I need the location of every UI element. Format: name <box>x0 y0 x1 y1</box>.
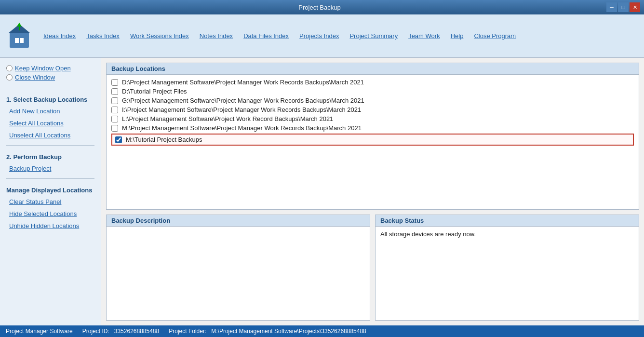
nav-close-program[interactable]: Close Program <box>469 30 521 41</box>
sidebar-divider-2 <box>6 145 94 146</box>
backup-status-panel: Backup Status All storage devices are re… <box>375 215 639 321</box>
location-label-2: D:\Tutorial Project Files <box>122 88 187 95</box>
backup-project-link[interactable]: Backup Project <box>2 163 98 174</box>
location-checkbox-1[interactable] <box>111 79 118 86</box>
status-panel-header: Backup Status <box>376 215 639 227</box>
restore-button[interactable]: □ <box>618 2 629 12</box>
nav-ideas-index[interactable]: Ideas Index <box>39 30 80 41</box>
location-item-5: L:\Project Management Software\Project W… <box>111 115 634 122</box>
window-state-group: Keep Window Open Close Window <box>2 63 98 83</box>
app-icon <box>5 19 34 53</box>
svg-rect-0 <box>10 32 29 48</box>
location-item-6: M:\Project Management Software\Project M… <box>111 124 634 132</box>
radio-keep-open[interactable]: Keep Window Open <box>6 65 94 72</box>
location-checkbox-7[interactable] <box>115 136 122 143</box>
location-label-7: M:\Tutorial Project Backups <box>126 136 202 143</box>
radio-close-window[interactable]: Close Window <box>6 74 94 81</box>
location-checkbox-2[interactable] <box>111 88 118 95</box>
location-label-1: D:\Project Management Software\Project M… <box>122 79 364 86</box>
clear-status-link[interactable]: Clear Status Panel <box>2 197 98 207</box>
nav-notes-index[interactable]: Notes Index <box>195 30 238 41</box>
bottom-panels: Backup Description Backup Status All sto… <box>106 215 639 321</box>
nav-project-summary[interactable]: Project Summary <box>345 30 402 41</box>
nav-help[interactable]: Help <box>446 30 469 41</box>
location-checkbox-5[interactable] <box>111 116 118 122</box>
window-title: Project Backup <box>33 4 606 11</box>
nav-data-files-index[interactable]: Data Files Index <box>239 30 294 41</box>
locations-panel-header: Backup Locations <box>107 63 639 75</box>
menu-bar: Ideas Index Tasks Index Work Sessions In… <box>0 14 644 58</box>
location-label-5: L:\Project Management Software\Project W… <box>122 115 333 122</box>
nav-team-work[interactable]: Team Work <box>403 30 445 41</box>
status-bar: Project Manager Software Project ID: 335… <box>0 325 644 337</box>
title-bar: Project Backup ─ □ ✕ <box>0 0 644 14</box>
svg-rect-2 <box>15 38 19 43</box>
location-item-1: D:\Project Management Software\Project M… <box>111 79 634 86</box>
location-item-7: M:\Tutorial Project Backups <box>111 134 634 146</box>
unhide-hidden-link[interactable]: Unhide Hidden Locations <box>2 221 98 231</box>
statusbar-project-folder: Project Folder: M:\Project Management So… <box>169 328 366 335</box>
main-layout: Keep Window Open Close Window 1. Select … <box>0 58 644 325</box>
location-label-3: G:\Project Management Software\Project M… <box>122 97 364 104</box>
svg-rect-3 <box>20 38 24 43</box>
section3-label: Manage Displayed Locations <box>2 184 98 195</box>
statusbar-project-id: Project ID: 33526268885488 <box>82 328 159 335</box>
section1-label: 1. Select Backup Locations <box>2 93 98 104</box>
location-item-2: D:\Tutorial Project Files <box>111 88 634 95</box>
location-item-3: G:\Project Management Software\Project M… <box>111 97 634 104</box>
location-checkbox-6[interactable] <box>111 125 118 132</box>
nav-bar: Ideas Index Tasks Index Work Sessions In… <box>39 30 521 41</box>
locations-list: D:\Project Management Software\Project M… <box>107 75 639 149</box>
nav-work-sessions-index[interactable]: Work Sessions Index <box>125 30 194 41</box>
sidebar-divider-1 <box>6 88 94 88</box>
nav-projects-index[interactable]: Projects Index <box>295 30 344 41</box>
location-checkbox-3[interactable] <box>111 97 118 104</box>
minimize-button[interactable]: ─ <box>606 2 617 12</box>
status-panel-content: All storage devices are ready now. <box>376 227 639 320</box>
backup-description-panel: Backup Description <box>106 215 370 321</box>
content-area: Backup Locations D:\Project Management S… <box>101 58 644 325</box>
window-controls: ─ □ ✕ <box>606 2 640 12</box>
radio-keep-open-input[interactable] <box>6 65 13 71</box>
select-all-link[interactable]: Select All Locations <box>2 118 98 128</box>
sidebar-divider-3 <box>6 178 94 179</box>
location-label-4: I:\Project Management Software\Project M… <box>122 106 361 113</box>
radio-close-window-input[interactable] <box>6 74 13 81</box>
close-button[interactable]: ✕ <box>630 2 640 12</box>
desc-panel-content <box>107 227 370 320</box>
hide-selected-link[interactable]: Hide Selected Locations <box>2 209 98 219</box>
statusbar-software: Project Manager Software <box>6 328 73 335</box>
sidebar: Keep Window Open Close Window 1. Select … <box>0 58 101 325</box>
section2-label: 2. Perform Backup <box>2 150 98 162</box>
locations-panel: Backup Locations D:\Project Management S… <box>106 63 639 210</box>
nav-tasks-index[interactable]: Tasks Index <box>81 30 124 41</box>
desc-panel-header: Backup Description <box>107 215 370 227</box>
location-label-6: M:\Project Management Software\Project M… <box>122 124 362 132</box>
unselect-all-link[interactable]: Unselect All Locations <box>2 130 98 140</box>
location-item-4: I:\Project Management Software\Project M… <box>111 106 634 113</box>
add-location-link[interactable]: Add New Location <box>2 106 98 116</box>
location-checkbox-4[interactable] <box>111 107 118 113</box>
